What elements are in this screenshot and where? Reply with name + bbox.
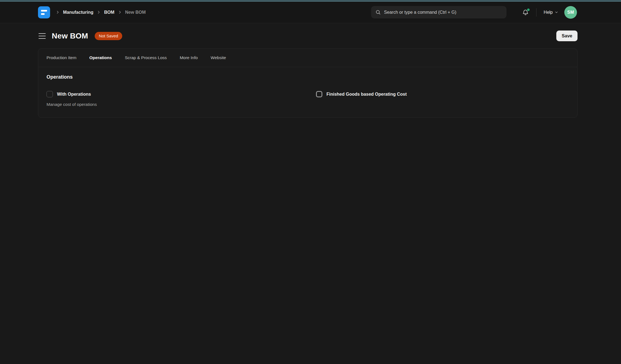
fg-operating-cost-checkbox[interactable] bbox=[316, 91, 322, 97]
tab-operations[interactable]: Operations bbox=[89, 55, 112, 60]
fg-operating-cost-row[interactable]: Finished Goods based Operating Cost bbox=[316, 91, 569, 97]
avatar[interactable]: SM bbox=[564, 6, 577, 19]
search-input[interactable] bbox=[384, 10, 502, 15]
search-icon bbox=[375, 10, 381, 15]
breadcrumb: Manufacturing BOM New BOM bbox=[56, 10, 146, 15]
operations-section: Operations With Operations Manage cost o… bbox=[38, 67, 577, 117]
notifications-button[interactable] bbox=[522, 9, 529, 16]
logo-mark bbox=[41, 13, 45, 15]
page-head: New BOM Not Saved Save bbox=[0, 23, 621, 41]
page-title: New BOM bbox=[52, 32, 88, 40]
tab-more-info[interactable]: More Info bbox=[180, 55, 198, 60]
chevron-down-icon bbox=[555, 10, 558, 14]
app-logo[interactable] bbox=[38, 6, 50, 18]
with-operations-label: With Operations bbox=[57, 92, 91, 97]
form-tabs: Production Item Operations Scrap & Proce… bbox=[38, 49, 577, 67]
field-fg-operating-cost: Finished Goods based Operating Cost bbox=[316, 91, 569, 107]
chevron-right-icon bbox=[97, 10, 101, 14]
navbar: Manufacturing BOM New BOM Help SM bbox=[0, 2, 621, 23]
logo-mark bbox=[41, 10, 47, 12]
save-button[interactable]: Save bbox=[556, 31, 578, 41]
navbar-divider bbox=[536, 8, 536, 16]
with-operations-row[interactable]: With Operations bbox=[47, 91, 299, 97]
sidebar-toggle-icon[interactable] bbox=[39, 32, 46, 40]
tab-website[interactable]: Website bbox=[211, 55, 226, 60]
help-menu[interactable]: Help bbox=[544, 10, 558, 15]
field-with-operations: With Operations Manage cost of operation… bbox=[47, 91, 299, 107]
help-label: Help bbox=[544, 10, 553, 15]
notification-dot bbox=[527, 9, 530, 11]
chevron-right-icon bbox=[56, 10, 60, 14]
fg-operating-cost-label: Finished Goods based Operating Cost bbox=[326, 92, 407, 97]
tab-scrap-process-loss[interactable]: Scrap & Process Loss bbox=[125, 55, 167, 60]
field-grid: With Operations Manage cost of operation… bbox=[47, 91, 569, 107]
chevron-right-icon bbox=[118, 10, 122, 14]
with-operations-description: Manage cost of operations bbox=[47, 102, 299, 107]
breadcrumb-item-bom[interactable]: BOM bbox=[104, 10, 114, 15]
breadcrumb-item-manufacturing[interactable]: Manufacturing bbox=[63, 10, 93, 15]
with-operations-checkbox[interactable] bbox=[47, 91, 53, 97]
section-heading: Operations bbox=[47, 74, 569, 80]
tab-production-item[interactable]: Production Item bbox=[47, 55, 77, 60]
form-panel: Production Item Operations Scrap & Proce… bbox=[38, 48, 578, 118]
status-badge: Not Saved bbox=[95, 32, 122, 40]
breadcrumb-item-new-bom: New BOM bbox=[125, 10, 146, 15]
global-search[interactable] bbox=[371, 6, 506, 18]
